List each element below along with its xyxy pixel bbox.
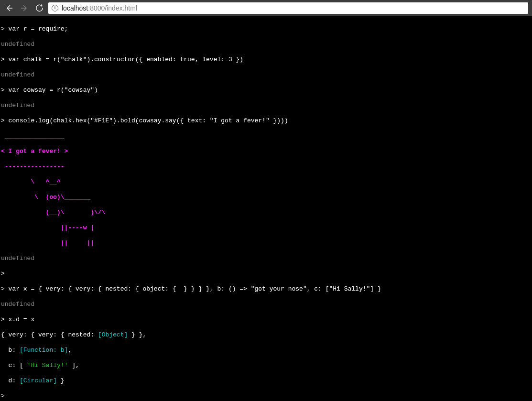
repl-line: > console.log(chalk.hex("#F1E").bold(cow… (1, 117, 532, 125)
repl-line: > (1, 392, 532, 400)
cowsay-output: \ ^__^ (1, 178, 532, 186)
cowsay-output: || || (1, 239, 532, 247)
cowsay-output: \ (oo)\_______ (1, 194, 532, 201)
nav-buttons (4, 4, 43, 12)
cowsay-output: ||----w | (1, 224, 532, 232)
forward-button[interactable] (20, 4, 29, 12)
repl-terminal[interactable]: > var r = require; undefined > var chalk… (0, 16, 532, 401)
repl-output: c: [ 'Hi Sally!' ], (1, 362, 532, 369)
repl-output: undefined (1, 301, 532, 308)
browser-toolbar: i localhost:8000/index.html (0, 0, 532, 16)
repl-output: undefined (1, 255, 532, 262)
repl-line: > (1, 270, 532, 278)
reload-button[interactable] (35, 4, 43, 12)
site-info-icon[interactable]: i (52, 5, 58, 11)
cowsay-output: ________________ (1, 132, 532, 140)
cowsay-output: ---------------- (1, 163, 532, 171)
cowsay-output: (__)\ )\/\ (1, 209, 532, 217)
repl-line: > var cowsay = r("cowsay") (1, 87, 532, 94)
address-bar[interactable]: i localhost:8000/index.html (48, 2, 528, 14)
repl-output: { very: { very: { nested: [Object] } }, (1, 331, 532, 339)
url-text: localhost:8000/index.html (62, 4, 137, 12)
repl-output: undefined (1, 102, 532, 109)
repl-line: > x.d = x (1, 316, 532, 324)
repl-line: > var chalk = r("chalk").constructor({ e… (1, 56, 532, 64)
repl-output: undefined (1, 41, 532, 48)
cowsay-output: < I got a fever! > (1, 148, 532, 155)
repl-output: b: [Function: b], (1, 347, 532, 354)
repl-line: > var r = require; (1, 25, 532, 33)
repl-output: undefined (1, 71, 532, 79)
repl-line: > var x = { very: { very: { nested: { ob… (1, 285, 532, 293)
back-button[interactable] (5, 4, 13, 12)
repl-output: d: [Circular] } (1, 377, 532, 385)
